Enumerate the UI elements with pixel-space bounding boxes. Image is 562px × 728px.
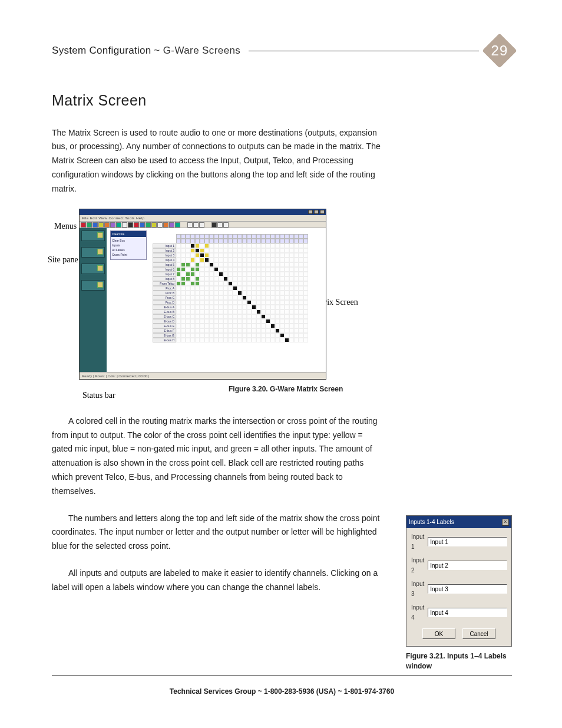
matrix-cell[interactable] — [256, 305, 261, 309]
matrix-cell[interactable] — [195, 281, 200, 286]
matrix-cell[interactable] — [261, 314, 266, 319]
matrix-cell[interactable] — [204, 276, 209, 281]
matrix-cell[interactable] — [176, 262, 181, 267]
matrix-cell[interactable] — [176, 258, 181, 262]
matrix-cell[interactable] — [285, 253, 289, 258]
matrix-cell[interactable] — [181, 267, 186, 272]
matrix-cell[interactable] — [280, 305, 285, 309]
matrix-cell[interactable] — [256, 276, 261, 281]
matrix-cell[interactable] — [256, 338, 261, 342]
matrix-cell[interactable] — [200, 305, 204, 309]
app-menubar[interactable]: File Edit View Connect Tools Help — [80, 215, 326, 221]
matrix-cell[interactable] — [299, 276, 303, 281]
matrix-cell[interactable] — [285, 295, 289, 300]
matrix-cell[interactable] — [209, 300, 214, 305]
label-input[interactable] — [428, 608, 507, 617]
matrix-cell[interactable] — [247, 258, 252, 262]
matrix-cell[interactable] — [247, 291, 252, 295]
matrix-cell[interactable] — [266, 333, 270, 338]
matrix-cell[interactable] — [294, 300, 299, 305]
matrix-cell[interactable] — [195, 267, 200, 272]
matrix-cell[interactable] — [242, 338, 247, 342]
matrix-cell[interactable] — [195, 314, 200, 319]
matrix-cell[interactable] — [270, 305, 275, 309]
matrix-cell[interactable] — [270, 319, 275, 324]
matrix-cell[interactable] — [242, 262, 247, 267]
matrix-cell[interactable] — [280, 258, 285, 262]
matrix-cell[interactable] — [181, 319, 186, 324]
matrix-cell[interactable] — [237, 305, 242, 309]
matrix-cell[interactable] — [280, 314, 285, 319]
matrix-cell[interactable] — [219, 267, 223, 272]
toolbar-icon[interactable] — [92, 222, 98, 228]
matrix-row-label[interactable]: Input 1 — [153, 243, 176, 248]
matrix-cell[interactable] — [228, 333, 233, 338]
matrix-cell[interactable] — [237, 286, 242, 291]
matrix-cell[interactable] — [247, 286, 252, 291]
matrix-cell[interactable] — [247, 314, 252, 319]
matrix-cell[interactable] — [204, 309, 209, 314]
matrix-cell[interactable] — [214, 338, 219, 342]
matrix-cell[interactable] — [219, 253, 223, 258]
matrix-cell[interactable] — [186, 300, 190, 305]
matrix-cell[interactable] — [242, 258, 247, 262]
matrix-cell[interactable] — [228, 314, 233, 319]
toolbar-icon[interactable] — [134, 222, 139, 228]
matrix-cell[interactable] — [289, 286, 294, 291]
matrix-row-label[interactable]: Input 6 — [153, 267, 176, 272]
matrix-cell[interactable] — [266, 300, 270, 305]
matrix-cell[interactable] — [256, 248, 261, 253]
close-icon[interactable]: × — [502, 519, 509, 526]
matrix-cell[interactable] — [209, 295, 214, 300]
matrix-cell[interactable] — [299, 243, 303, 248]
matrix-cell[interactable] — [209, 262, 214, 267]
toolbar-icon[interactable] — [146, 222, 151, 228]
matrix-cell[interactable] — [214, 305, 219, 309]
matrix-cell[interactable] — [228, 253, 233, 258]
matrix-cell[interactable] — [252, 328, 256, 333]
matrix-row-label[interactable]: Proc C — [153, 295, 176, 300]
matrix-cell[interactable] — [233, 309, 237, 314]
matrix-cell[interactable] — [242, 243, 247, 248]
matrix-cell[interactable] — [209, 276, 214, 281]
matrix-cell[interactable] — [252, 300, 256, 305]
matrix-cell[interactable] — [261, 338, 266, 342]
matrix-cell[interactable] — [294, 309, 299, 314]
matrix-cell[interactable] — [223, 281, 228, 286]
matrix-cell[interactable] — [233, 338, 237, 342]
matrix-cell[interactable] — [256, 267, 261, 272]
matrix-cell[interactable] — [195, 300, 200, 305]
matrix-cell[interactable] — [242, 291, 247, 295]
matrix-cell[interactable] — [200, 295, 204, 300]
toolbar-icon[interactable] — [175, 222, 180, 228]
matrix-cell[interactable] — [237, 333, 242, 338]
matrix-cell[interactable] — [219, 248, 223, 253]
matrix-cell[interactable] — [285, 305, 289, 309]
toolbar-icon[interactable] — [81, 222, 86, 228]
matrix-cell[interactable] — [214, 258, 219, 262]
matrix-cell[interactable] — [186, 286, 190, 291]
matrix-cell[interactable] — [214, 262, 219, 267]
matrix-cell[interactable] — [303, 295, 308, 300]
matrix-cell[interactable] — [242, 295, 247, 300]
matrix-cell[interactable] — [294, 243, 299, 248]
matrix-cell[interactable] — [195, 272, 200, 276]
matrix-cell[interactable] — [242, 324, 247, 328]
matrix-cell[interactable] — [285, 309, 289, 314]
matrix-cell[interactable] — [270, 338, 275, 342]
matrix-cell[interactable] — [289, 291, 294, 295]
matrix-cell[interactable] — [275, 291, 280, 295]
matrix-cell[interactable] — [186, 328, 190, 333]
matrix-cell[interactable] — [176, 276, 181, 281]
matrix-cell[interactable] — [270, 328, 275, 333]
matrix-cell[interactable] — [214, 286, 219, 291]
matrix-cell[interactable] — [261, 281, 266, 286]
matrix-cell[interactable] — [186, 291, 190, 295]
matrix-cell[interactable] — [219, 300, 223, 305]
matrix-cell[interactable] — [176, 305, 181, 309]
matrix-cell[interactable] — [270, 300, 275, 305]
matrix-cell[interactable] — [219, 276, 223, 281]
matrix-cell[interactable] — [285, 267, 289, 272]
matrix-cell[interactable] — [247, 324, 252, 328]
matrix-cell[interactable] — [186, 333, 190, 338]
